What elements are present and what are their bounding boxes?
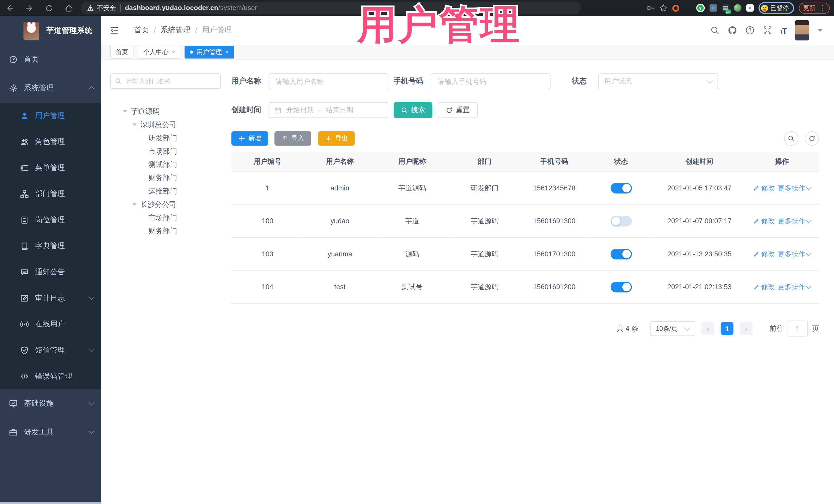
edit-link[interactable]: 修改 <box>753 183 775 193</box>
add-button[interactable]: 新增 <box>232 131 268 146</box>
help-icon[interactable] <box>745 25 755 35</box>
sidebar-item-post-management[interactable]: 岗位管理 <box>0 207 101 233</box>
more-actions-link[interactable]: 更多操作 <box>777 249 811 259</box>
status-toggle[interactable] <box>610 183 632 193</box>
breadcrumb-system[interactable]: 系统管理 <box>161 25 191 35</box>
tree-node[interactable]: 芋道源码 <box>110 105 221 118</box>
tree-node[interactable]: 长沙分公司 <box>110 198 221 211</box>
bookmark-star-icon[interactable] <box>659 4 667 12</box>
home-icon[interactable] <box>64 3 73 12</box>
reset-button[interactable]: 重置 <box>438 102 478 118</box>
app-title: 芋道管理系统 <box>46 26 92 35</box>
import-button[interactable]: 导入 <box>275 131 311 146</box>
tree-node[interactable]: 研发部门 <box>110 131 221 145</box>
sidebar-item-system[interactable]: 系统管理 <box>0 74 101 103</box>
search-button[interactable]: 搜索 <box>394 102 432 118</box>
edit-link[interactable]: 修改 <box>753 216 775 225</box>
chevron-down-icon <box>684 325 690 331</box>
extension-grid-icon[interactable] <box>709 4 717 12</box>
sidebar-item-dict-management[interactable]: 字典管理 <box>0 233 101 259</box>
browser-menu-icon[interactable]: ⋮ <box>819 5 826 11</box>
sidebar-item-online-users[interactable]: 在线用户 <box>0 311 101 337</box>
status-select[interactable]: 用户状态 <box>598 73 718 89</box>
status-toggle[interactable] <box>610 249 632 259</box>
app-logo[interactable]: 芋道管理系统 <box>0 16 101 45</box>
extensions-puzzle-icon[interactable] <box>746 4 753 12</box>
export-button[interactable]: 导出 <box>318 131 355 146</box>
github-icon[interactable] <box>728 25 737 35</box>
refresh-table-button[interactable] <box>805 131 819 146</box>
tree-node[interactable]: 财务部门 <box>110 224 221 238</box>
sidebar-item-home[interactable]: 首页 <box>0 45 101 74</box>
extension-on-switch-icon[interactable]: on <box>722 4 729 12</box>
avatar[interactable] <box>795 20 809 41</box>
dept-tree-panel: 芋道源码 深圳总公司 研发部门 市场部门 测试部门 财务部门 运维部门 长沙分公… <box>110 73 221 504</box>
browser-update-button[interactable]: 更新 ⋮ <box>799 2 830 14</box>
current-page-button[interactable]: 1 <box>721 322 734 335</box>
chevron-down-icon <box>707 78 713 83</box>
extension-ubuntu-icon[interactable] <box>672 5 679 12</box>
fullscreen-icon[interactable] <box>763 25 772 35</box>
next-page-button[interactable]: › <box>740 322 753 335</box>
tree-node[interactable]: 运维部门 <box>110 184 221 198</box>
prev-page-button[interactable]: ‹ <box>702 322 715 335</box>
tree-node[interactable]: 市场部门 <box>110 145 221 158</box>
more-actions-link[interactable]: 更多操作 <box>777 282 811 291</box>
forward-icon[interactable] <box>25 3 34 12</box>
edit-link[interactable]: 修改 <box>753 282 775 291</box>
caret-down-icon[interactable] <box>132 203 137 205</box>
close-icon[interactable]: × <box>225 49 229 55</box>
pagination: 共 4 条 10条/页 ‹ 1 › 前往 页 <box>232 321 819 336</box>
username-input[interactable] <box>275 77 382 86</box>
table-tools <box>784 131 819 146</box>
status-toggle[interactable] <box>610 216 632 226</box>
sidebar-item-devtools[interactable]: 研发工具 <box>0 418 101 446</box>
extension-y-icon[interactable]: y <box>696 4 704 12</box>
table-row: 103 yuanma 源码 芋道源码 15601701300 2021-01-1… <box>232 237 819 270</box>
font-size-icon[interactable]: tT <box>781 26 787 35</box>
tree-node[interactable]: 市场部门 <box>110 211 221 224</box>
sidebar-item-user-management[interactable]: 用户管理 <box>0 103 101 129</box>
breadcrumb-home[interactable]: 首页 <box>134 25 149 35</box>
sidebar-item-dept-management[interactable]: 部门管理 <box>0 181 101 207</box>
extension-tool-icon[interactable] <box>734 4 741 12</box>
browser-profile-chip[interactable]: 已暂停 <box>758 2 794 14</box>
reload-icon[interactable] <box>45 3 53 12</box>
dept-search-input[interactable] <box>125 77 216 85</box>
back-icon[interactable] <box>5 3 14 12</box>
mobile-input[interactable] <box>437 77 545 86</box>
sidebar-collapse-icon[interactable] <box>110 25 119 35</box>
edit-link[interactable]: 修改 <box>753 249 775 259</box>
date-range-picker[interactable]: 开始日期 - 结束日期 <box>269 102 388 118</box>
avatar-caret-icon[interactable] <box>818 29 822 31</box>
sidebar-item-error-code[interactable]: 错误码管理 <box>0 363 101 389</box>
tree-node[interactable]: 深圳总公司 <box>110 118 221 131</box>
sidebar-item-role-management[interactable]: 角色管理 <box>0 129 101 155</box>
show-search-button[interactable] <box>784 131 798 146</box>
sidebar-item-audit-log[interactable]: 审计日志 <box>0 285 101 311</box>
url-bar[interactable]: 不安全 dashboard.yudao.iocoder.cn/system/us… <box>81 2 581 14</box>
security-indicator[interactable]: 不安全 <box>87 3 116 12</box>
status-toggle[interactable] <box>610 282 632 292</box>
tab-home[interactable]: 首页 <box>110 46 133 59</box>
passkey-icon[interactable] <box>645 4 654 12</box>
sidebar-item-notice[interactable]: 通知公告 <box>0 259 101 285</box>
close-icon[interactable]: × <box>172 49 175 55</box>
tree-node[interactable]: 测试部门 <box>110 158 221 171</box>
more-actions-link[interactable]: 更多操作 <box>777 216 811 225</box>
caret-down-icon[interactable] <box>132 124 137 126</box>
tab-user-management[interactable]: 用户管理 × <box>185 46 234 59</box>
sidebar-item-infrastructure[interactable]: 基础设施 <box>0 389 101 418</box>
col-user-id: 用户编号 <box>232 152 304 172</box>
extension-gem-icon[interactable] <box>684 4 691 12</box>
tree-node[interactable]: 财务部门 <box>110 171 221 184</box>
tab-profile[interactable]: 个人中心 × <box>138 46 181 59</box>
more-actions-link[interactable]: 更多操作 <box>777 183 811 193</box>
caret-down-icon[interactable] <box>123 110 127 113</box>
search-icon[interactable] <box>710 25 720 35</box>
page-size-select[interactable]: 10条/页 <box>650 321 695 336</box>
user-table-panel: 用户名称 手机号码 状态 用户状态 <box>232 73 819 504</box>
sidebar-item-sms-management[interactable]: 短信管理 <box>0 337 101 363</box>
sidebar-item-menu-management[interactable]: 菜单管理 <box>0 155 101 181</box>
goto-page-input[interactable] <box>788 321 808 336</box>
